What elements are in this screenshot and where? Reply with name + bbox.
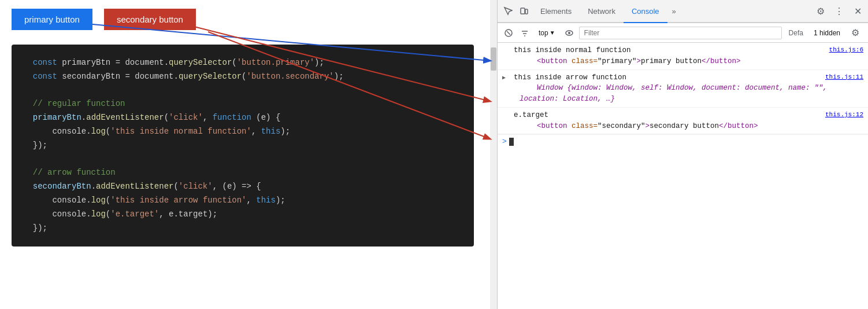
tab-console[interactable]: Console xyxy=(624,0,667,23)
scrollbar-thumb[interactable] xyxy=(491,47,496,71)
console-entry-2: ▶ this inside arrow function this.js:11 … xyxy=(498,70,868,108)
default-levels-label: Defa xyxy=(785,28,807,38)
entry1-sub: <button class="primary">primary button</… xyxy=(514,56,863,67)
settings-icon[interactable]: ⚙ xyxy=(813,3,829,19)
svg-point-11 xyxy=(568,32,570,34)
clear-console-icon[interactable] xyxy=(502,27,515,39)
console-prompt: > xyxy=(502,137,507,146)
entry1-text: this inside normal function xyxy=(514,46,631,54)
console-entry-3: e.target this.js:12 <button class="secon… xyxy=(498,108,868,135)
context-selector[interactable]: top ▼ xyxy=(535,27,559,39)
entry3-text: e.target xyxy=(514,111,548,119)
devtools-tab-bar: Elements Network Console » ⚙ ⋮ ✕ xyxy=(498,0,868,23)
context-dropdown-arrow: ▼ xyxy=(550,30,555,36)
entry2-sub: Window {window: Window, self: Window, do… xyxy=(514,83,863,105)
svg-line-6 xyxy=(507,31,510,35)
eye-icon[interactable] xyxy=(563,27,576,39)
code-editor: const primaryBtn = document.querySelecto… xyxy=(12,45,474,247)
entry1-link[interactable]: this.js:6 xyxy=(829,45,863,55)
entry3-sub: <button class="secondary">secondary butt… xyxy=(514,121,863,132)
tab-network[interactable]: Network xyxy=(580,0,624,23)
svg-rect-4 xyxy=(525,9,528,14)
tab-elements[interactable]: Elements xyxy=(532,0,580,23)
entry3-link[interactable]: this.js:12 xyxy=(825,110,863,120)
expand-arrow-icon[interactable]: ▶ xyxy=(502,73,506,82)
primary-button[interactable]: primary button xyxy=(12,9,92,30)
device-toolbar-icon[interactable] xyxy=(516,3,532,19)
entry2-text: this inside arrow function xyxy=(514,73,626,82)
buttons-area: primary button secondary button xyxy=(0,0,497,39)
close-devtools-icon[interactable]: ✕ xyxy=(850,3,866,19)
context-value: top xyxy=(539,29,548,37)
console-output: this inside normal function this.js:6 <b… xyxy=(498,43,868,309)
more-tabs-button[interactable]: » xyxy=(667,7,681,16)
filter-input[interactable] xyxy=(579,27,782,39)
left-scrollbar[interactable] xyxy=(490,0,497,309)
browser-viewport: primary button secondary button const pr… xyxy=(0,0,497,309)
console-toolbar: top ▼ Defa 1 hidden ⚙ xyxy=(498,23,868,43)
devtools-panel: Elements Network Console » ⚙ ⋮ ✕ top ▼ D… xyxy=(497,0,868,309)
console-input-line: > xyxy=(498,134,868,148)
more-options-icon[interactable]: ⋮ xyxy=(831,3,847,19)
filter-toggle-icon[interactable] xyxy=(518,27,531,39)
hidden-count-badge: 1 hidden xyxy=(810,28,844,38)
secondary-button[interactable]: secondary button xyxy=(104,9,196,30)
devtools-toolbar-right: ⚙ ⋮ ✕ xyxy=(813,3,866,19)
inspect-element-icon[interactable] xyxy=(500,3,516,19)
entry2-link[interactable]: this.js:11 xyxy=(825,72,863,82)
svg-rect-3 xyxy=(521,8,525,14)
console-settings-icon[interactable]: ⚙ xyxy=(847,25,863,41)
console-cursor xyxy=(509,138,514,146)
console-entry-1: this inside normal function this.js:6 <b… xyxy=(498,43,868,70)
